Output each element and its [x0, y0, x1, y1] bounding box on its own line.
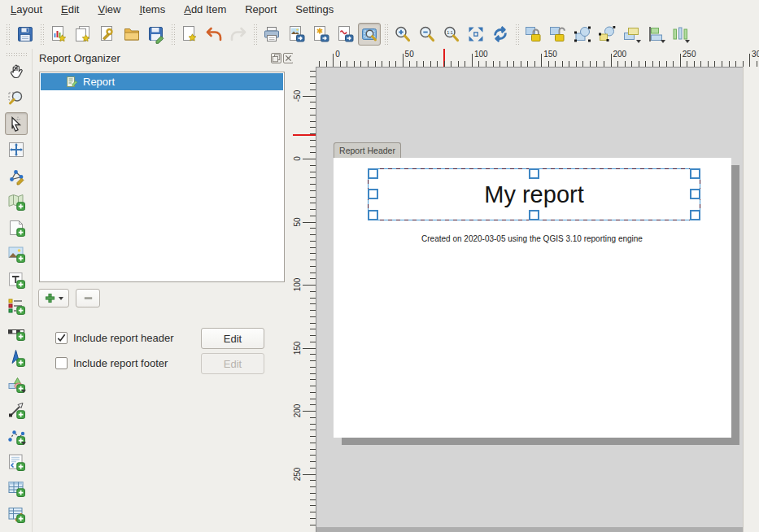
ungroup-items-button[interactable] [595, 23, 618, 46]
layout-manager-button[interactable] [96, 23, 119, 46]
add-scalebar-button[interactable] [5, 321, 28, 343]
menu-add-item[interactable]: Add Item [177, 1, 233, 19]
distribute-items-button[interactable] [669, 23, 691, 46]
add-pages-button[interactable] [178, 23, 201, 46]
export-svg-button[interactable] [309, 23, 332, 46]
save-project-button[interactable] [14, 23, 37, 46]
ruler-tick [513, 61, 514, 67]
unlock-items-button[interactable] [547, 23, 569, 46]
zoom-full-button[interactable] [465, 23, 487, 46]
undo-button[interactable] [203, 23, 225, 46]
ruler-tick [680, 54, 681, 67]
zoom-in-button[interactable] [391, 23, 414, 46]
ruler-tick [757, 61, 757, 67]
align-items-button[interactable] [644, 23, 667, 46]
add-legend-button[interactable] [5, 294, 28, 317]
redo-button[interactable] [227, 23, 250, 46]
ruler-tick [722, 61, 722, 67]
export-pdf-button[interactable] [334, 23, 356, 46]
add-attribute-table-button[interactable] [5, 477, 28, 499]
layout-view: 050100150200250300 -50050100150200250 Re… [293, 49, 759, 532]
menu-report[interactable]: Report [238, 1, 284, 19]
zoom-region-tool-button[interactable] [5, 86, 28, 109]
report-header-tab[interactable]: Report Header [334, 142, 401, 158]
select-move-item-tool-button[interactable] [5, 112, 28, 135]
add-html-button[interactable] [5, 451, 28, 473]
tree-item-report[interactable]: Report [41, 73, 283, 90]
selection-handle-middle-left[interactable] [368, 189, 378, 199]
lock-items-button[interactable] [522, 23, 545, 46]
refresh-icon [491, 24, 510, 44]
ruler-tick [493, 61, 494, 67]
add-node-item-button[interactable] [5, 425, 28, 447]
ruler-tick [310, 190, 316, 191]
pan-tool-button[interactable] [5, 60, 28, 83]
ruler-tick [673, 61, 674, 67]
ruler-label: 200 [613, 50, 627, 59]
horizontal-ruler[interactable]: 050100150200250300 [316, 49, 759, 67]
ruler-tick [310, 379, 316, 380]
ruler-tick [319, 61, 320, 67]
print-button[interactable] [260, 23, 283, 46]
toolbar-drag-handle[interactable] [6, 52, 27, 57]
ruler-tick [694, 61, 695, 67]
move-item-content-tool-button[interactable] [5, 138, 28, 161]
add-3d-map-button[interactable] [5, 216, 28, 239]
selection-handle-middle-right[interactable] [690, 189, 700, 199]
menu-layout[interactable]: Layout [3, 1, 50, 19]
zoom-actual-button[interactable]: 1:1 [440, 23, 463, 46]
add-label-button[interactable] [5, 268, 28, 291]
open-layout-button[interactable] [120, 23, 143, 46]
group-items-button[interactable] [571, 23, 594, 46]
add-section-button[interactable] [38, 289, 69, 307]
add-fixed-table-button[interactable] [5, 503, 28, 525]
zoom-tool-button[interactable] [358, 23, 381, 46]
add-picture-button[interactable] [5, 242, 28, 265]
new-report-button[interactable] [47, 23, 70, 46]
selection-handle-bottom-middle[interactable] [529, 210, 539, 220]
ruler-tick [310, 253, 316, 254]
include-report-footer-checkbox[interactable] [55, 357, 68, 369]
save-as-template-button[interactable] [145, 23, 168, 46]
horizontal-scrollbar[interactable] [316, 527, 743, 532]
add-arrow-button[interactable] [5, 399, 28, 421]
layout-canvas[interactable]: Report Header My report Created on 2020-… [316, 67, 743, 532]
refresh-view-button[interactable] [489, 23, 512, 46]
duplicate-report-button[interactable] [72, 23, 94, 46]
edit-nodes-item-tool-button[interactable] [5, 164, 28, 187]
edit-footer-button[interactable]: Edit [201, 353, 264, 374]
selection-handle-top-left[interactable] [368, 168, 378, 179]
ruler-tick [310, 455, 316, 456]
zoom-out-button[interactable] [416, 23, 438, 46]
ruler-tick [303, 96, 316, 97]
add-shape-button[interactable] [5, 373, 28, 395]
ruler-tick [310, 298, 316, 299]
selection-handle-top-right[interactable] [690, 168, 700, 179]
edit-header-button[interactable]: Edit [201, 328, 264, 349]
menu-items[interactable]: Items [132, 1, 172, 19]
include-report-header-label: Include report header [73, 328, 174, 349]
selection-handle-top-middle[interactable] [529, 168, 539, 179]
export-image-button[interactable] [285, 23, 308, 46]
add-map-button[interactable] [5, 190, 28, 213]
qgis-report-designer-window: LayoutEditViewItemsAdd ItemReportSetting… [0, 0, 759, 532]
remove-section-button[interactable] [76, 289, 100, 307]
menu-view[interactable]: View [90, 1, 128, 19]
pan-icon [7, 62, 26, 81]
include-report-header-checkbox[interactable] [55, 332, 68, 344]
vertical-ruler[interactable]: -50050100150200250 [293, 67, 316, 532]
toolbar-drag-handle[interactable] [6, 24, 11, 45]
selection-handle-bottom-left[interactable] [368, 210, 378, 220]
ruler-tick [666, 61, 667, 67]
selection-handle-bottom-right[interactable] [690, 210, 700, 220]
panel-float-button[interactable] [271, 53, 281, 63]
menu-edit[interactable]: Edit [54, 1, 86, 19]
ruler-tick [310, 486, 316, 487]
ruler-tick [310, 89, 316, 90]
menu-settings[interactable]: Settings [288, 1, 341, 19]
ruler-label: 0 [335, 50, 340, 59]
print-icon [262, 24, 281, 44]
add-north-arrow-button[interactable] [5, 347, 28, 369]
raise-items-button[interactable] [620, 23, 643, 46]
report-tree[interactable]: Report [39, 72, 285, 282]
